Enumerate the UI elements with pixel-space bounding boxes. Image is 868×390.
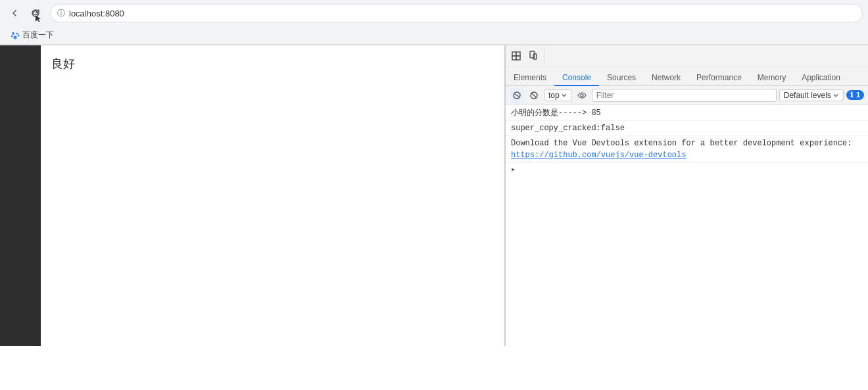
block-icon-button[interactable] <box>527 88 541 103</box>
bookmark-label: 百度一下 <box>22 30 54 41</box>
console-output: 小明的分数是-----> 85 super_copy_cracked:false… <box>506 105 868 346</box>
left-sidebar <box>0 45 41 346</box>
console-line-3: Download the Vue Devtools extension for … <box>506 136 868 163</box>
url-text: localhost:8080 <box>69 9 124 18</box>
device-toolbar-button[interactable] <box>525 48 541 64</box>
svg-point-3 <box>14 36 17 39</box>
console-text-3: Download the Vue Devtools extension for … <box>511 139 852 148</box>
context-selector[interactable]: top <box>544 89 572 101</box>
default-levels-label: Default levels <box>784 91 831 100</box>
svg-line-12 <box>515 94 519 97</box>
inspect-element-button[interactable] <box>508 48 524 64</box>
error-badge: ℹ 1 <box>846 90 864 100</box>
chevron-right-icon: ▸ <box>511 165 516 174</box>
page-content: 良好 <box>41 45 505 346</box>
baidu-icon <box>11 31 20 40</box>
levels-dropdown-icon <box>832 92 839 99</box>
badge-icon: ℹ <box>850 91 853 99</box>
default-levels-selector[interactable]: Default levels <box>779 89 844 101</box>
tab-performance[interactable]: Performance <box>688 70 750 86</box>
console-text-1: 小明的分数是-----> 85 <box>511 109 601 118</box>
svg-point-15 <box>581 94 583 97</box>
console-line-1: 小明的分数是-----> 85 <box>506 106 868 121</box>
svg-point-2 <box>11 35 13 37</box>
svg-rect-7 <box>512 56 516 60</box>
console-prompt-area[interactable]: ▸ <box>506 163 868 176</box>
devtools-tabs: Elements Console Sources Network Perform… <box>506 66 868 86</box>
tab-elements[interactable]: Elements <box>506 70 554 86</box>
svg-rect-5 <box>512 52 516 56</box>
tab-console[interactable]: Console <box>554 70 599 86</box>
back-button[interactable] <box>5 4 24 22</box>
svg-point-1 <box>16 32 18 34</box>
filter-input[interactable] <box>592 89 777 102</box>
devtools-panel: Elements Console Sources Network Perform… <box>505 45 868 346</box>
tab-memory[interactable]: Memory <box>750 70 794 86</box>
svg-point-4 <box>18 34 20 36</box>
svg-point-0 <box>12 32 14 35</box>
console-line-2: super_copy_cracked:false <box>506 121 868 136</box>
tab-network[interactable]: Network <box>644 70 688 86</box>
tab-sources[interactable]: Sources <box>599 70 644 86</box>
refresh-button[interactable] <box>26 4 45 22</box>
info-icon: ⓘ <box>57 8 65 19</box>
bookmark-baidu[interactable]: 百度一下 <box>5 28 59 42</box>
console-text-2: super_copy_cracked:false <box>511 124 625 133</box>
badge-count: 1 <box>856 91 860 99</box>
svg-rect-8 <box>516 52 520 56</box>
context-label: top <box>548 91 560 100</box>
clear-console-button[interactable] <box>510 88 524 103</box>
svg-rect-6 <box>516 56 520 60</box>
svg-line-14 <box>531 93 537 98</box>
bookmarks-bar: 百度一下 <box>0 26 868 45</box>
eye-icon-button[interactable] <box>575 88 589 103</box>
context-dropdown-icon <box>561 92 567 99</box>
address-bar[interactable]: ⓘ localhost:8080 <box>50 4 863 22</box>
tab-application[interactable]: Application <box>794 70 848 86</box>
devtools-top-toolbar <box>506 45 868 66</box>
console-toolbar: top Default levels ℹ 1 <box>506 86 868 105</box>
console-link-1[interactable]: https://github.com/vuejs/vue-devtools <box>511 151 686 160</box>
svg-rect-9 <box>530 51 535 58</box>
page-main-text: 良好 <box>51 56 494 72</box>
